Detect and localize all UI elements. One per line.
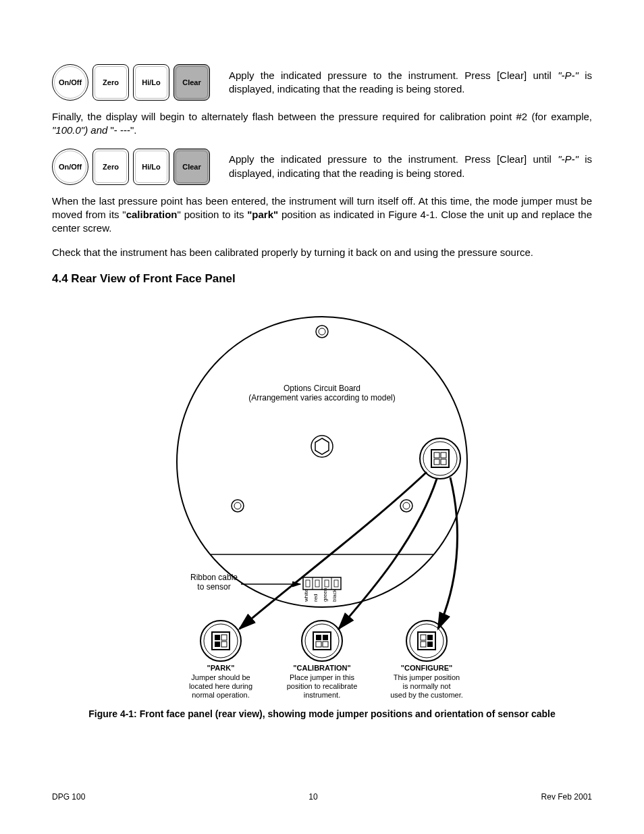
txt: Apply the indicated pressure to the inst…: [229, 153, 558, 165]
apply-pressure-text-1: Apply the indicated pressure to the inst…: [229, 69, 592, 97]
bold: "park": [247, 209, 278, 220]
svg-rect-21: [325, 580, 329, 587]
svg-rect-36: [323, 642, 328, 647]
arrow-to-configure: [438, 477, 457, 629]
page-footer: DPG 100 10 Rev Feb 2001: [52, 792, 592, 802]
svg-rect-14: [441, 459, 446, 465]
apply-pressure-text-2: Apply the indicated pressure to the inst…: [229, 153, 592, 180]
conf-l2: is normally not: [403, 682, 451, 690]
sensor-connector: [303, 577, 341, 590]
svg-rect-28: [215, 642, 220, 647]
screw-right: [400, 500, 412, 512]
svg-point-30: [302, 621, 342, 661]
onoff-button: On/Off: [52, 149, 88, 185]
onoff-button: On/Off: [52, 64, 88, 101]
italic: "100.0") and: [52, 124, 111, 136]
bold: calibration: [126, 209, 178, 220]
park-option: [200, 621, 241, 661]
p-italic: "-P-": [558, 70, 579, 81]
pin-green: green: [322, 588, 328, 601]
svg-point-0: [316, 325, 328, 338]
footer-center: 10: [308, 792, 317, 802]
svg-rect-22: [334, 580, 338, 587]
button-row-2: On/Off Zero Hi/Lo Clear Apply the indica…: [52, 149, 592, 185]
cal-l2: position to recalibrate: [287, 682, 358, 690]
cal-title: "CALIBRATION": [293, 664, 350, 672]
svg-marker-3: [315, 438, 329, 454]
svg-point-9: [423, 442, 457, 475]
hilo-button: Hi/Lo: [133, 149, 169, 185]
svg-rect-11: [434, 452, 439, 458]
check-para: Check that the instrument has been calib…: [52, 246, 592, 259]
arrow-to-park: [240, 472, 427, 629]
when-last-para: When the last pressure point has been en…: [52, 194, 592, 236]
svg-rect-33: [316, 635, 321, 640]
onoff-label: On/Off: [59, 163, 82, 171]
park-l3: normal operation.: [192, 691, 250, 699]
svg-rect-20: [315, 580, 319, 587]
svg-point-7: [403, 502, 410, 509]
txt: "- ---".: [111, 124, 137, 136]
panel-diagram-svg: Options Circuit Board (Arrangement varie…: [52, 290, 592, 702]
button-group: On/Off Zero Hi/Lo Clear: [52, 64, 210, 101]
svg-point-24: [204, 624, 238, 658]
conf-l3: used by the customer.: [390, 691, 463, 699]
svg-rect-27: [221, 635, 227, 640]
options-board-label-2: (Arrangement varies according to model): [248, 393, 395, 402]
svg-rect-13: [434, 459, 439, 465]
figure-4-1: Options Circuit Board (Arrangement varie…: [52, 290, 592, 719]
conf-l1: This jumper position: [394, 673, 460, 681]
zero-label: Zero: [103, 78, 119, 86]
screw-top: [316, 325, 328, 338]
svg-point-4: [232, 500, 244, 512]
svg-rect-19: [306, 580, 310, 587]
finally-para: Finally, the display will begin to alter…: [52, 110, 592, 138]
footer-left: DPG 100: [52, 792, 85, 802]
svg-point-1: [319, 328, 325, 335]
onoff-label: On/Off: [59, 78, 82, 86]
zero-label: Zero: [103, 163, 119, 171]
button-group: On/Off Zero Hi/Lo Clear: [52, 149, 210, 185]
svg-rect-40: [421, 635, 426, 640]
park-title: "PARK": [207, 664, 235, 672]
svg-rect-26: [215, 635, 220, 640]
calibration-option: [302, 621, 342, 661]
footer-right: Rev Feb 2001: [541, 792, 592, 802]
hilo-label: Hi/Lo: [142, 163, 161, 171]
zero-button: Zero: [92, 149, 129, 185]
button-row-1: On/Off Zero Hi/Lo Clear Apply the indica…: [52, 64, 592, 101]
clear-button: Clear: [173, 64, 210, 101]
svg-point-31: [305, 624, 339, 658]
clear-label: Clear: [182, 78, 201, 86]
hilo-button: Hi/Lo: [133, 64, 169, 101]
cal-l1: Place jumper in this: [290, 673, 354, 681]
conf-title: "CONFIGURE": [401, 664, 452, 672]
svg-rect-12: [441, 452, 446, 458]
svg-rect-29: [221, 642, 227, 647]
svg-point-38: [410, 624, 444, 658]
pin-black: black: [331, 588, 338, 602]
configure-option: [406, 621, 447, 661]
pin-red: red: [313, 594, 319, 602]
options-board-label-1: Options Circuit Board: [284, 384, 360, 393]
zero-button: Zero: [92, 64, 129, 101]
p-italic: "-P-": [558, 153, 579, 165]
svg-rect-35: [316, 642, 321, 647]
page: On/Off Zero Hi/Lo Clear Apply the indica…: [0, 0, 644, 834]
cal-l3: instrument.: [304, 691, 340, 699]
clear-button: Clear: [173, 149, 210, 185]
ribbon-label-2: to sensor: [197, 582, 230, 592]
svg-point-6: [400, 500, 412, 512]
svg-rect-41: [427, 635, 433, 640]
hilo-label: Hi/Lo: [142, 78, 161, 86]
ribbon-label-1: Ribbon cable: [190, 573, 238, 582]
svg-rect-42: [421, 642, 426, 647]
txt: " position to its: [178, 209, 248, 220]
center-hex: [311, 436, 333, 457]
park-l2: located here during: [189, 682, 252, 690]
pin-white: white: [303, 588, 309, 602]
clear-label: Clear: [182, 163, 201, 171]
svg-point-37: [406, 621, 447, 661]
svg-point-5: [234, 502, 241, 509]
section-heading: 4.4 Rear View of Front Face Panel: [52, 272, 592, 286]
